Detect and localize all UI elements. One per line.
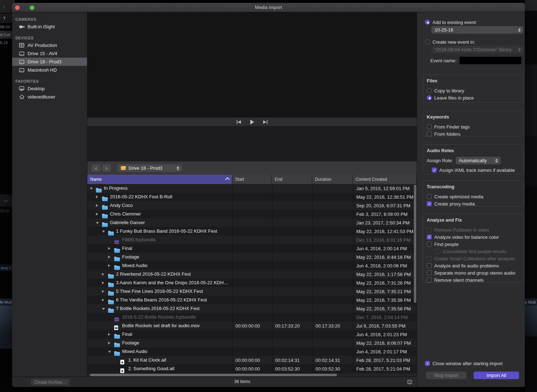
table-row[interactable]: Gabrielle GasserJan 23, 2017, 2:50:34 PM	[87, 218, 417, 227]
radio-unchecked[interactable]	[427, 88, 432, 93]
radio-checked[interactable]	[427, 95, 432, 100]
table-row[interactable]: Mixed AudioJun 4, 2016, 2:01:17 PM	[87, 347, 417, 356]
checkbox-checked[interactable]	[427, 234, 432, 239]
play-button[interactable]	[249, 120, 255, 125]
table-row[interactable]: 5 Thee Fine Lines 2016-05-22 KDHX FestMa…	[87, 287, 417, 296]
close-window-after-import-option[interactable]: Close window after starting import	[425, 360, 503, 367]
disclosure-closed-icon[interactable]	[108, 342, 110, 344]
back-button[interactable]: ‹	[92, 164, 101, 172]
column-header-end[interactable]: End	[272, 175, 312, 184]
table-row[interactable]: In ProgressJan 5, 2015, 12:59:01 PM	[87, 184, 417, 193]
disclosure-open-icon[interactable]	[108, 351, 111, 353]
skip-back-button[interactable]	[236, 120, 242, 125]
checkbox-option-create-proxy-media[interactable]: Create proxy media	[427, 200, 523, 207]
checkbox-checked[interactable]	[425, 361, 430, 366]
column-header-name[interactable]: Name	[87, 175, 232, 184]
table-row[interactable]: Andy CocoSep 20, 2016, 6:07:31 PM	[87, 201, 417, 210]
sidebar-item-av-production[interactable]: AV Production	[12, 41, 87, 49]
disclosure-open-icon[interactable]	[96, 222, 99, 224]
close-window-button[interactable]	[15, 5, 20, 10]
disclosure-open-icon[interactable]	[90, 188, 93, 190]
checkbox-unchecked[interactable]	[427, 270, 432, 275]
radio-option-leave-files-in-place[interactable]: Leave files in place	[427, 94, 523, 101]
checkbox-option-analyze-video-for-balance-color[interactable]: Analyze video for balance color	[427, 233, 523, 241]
checkbox-option-assign-ixml-track-names-if-available[interactable]: Assign iXML track names if available	[432, 166, 523, 174]
checkbox-unchecked[interactable]	[427, 194, 432, 199]
disclosure-closed-icon[interactable]	[102, 281, 104, 284]
sidebar-item-videoedituser[interactable]: videoedituser	[12, 93, 87, 101]
checkbox-option-from-folders[interactable]: From folders	[427, 130, 523, 137]
sidebar-item-desktop[interactable]: Desktop	[12, 84, 87, 93]
start-cell: 00:00:00:00	[232, 356, 272, 364]
column-header-start[interactable]: Start	[232, 175, 272, 184]
disclosure-closed-icon[interactable]	[96, 213, 98, 216]
sidebar-item-macintosh-hd[interactable]: Macintosh HD	[12, 66, 87, 74]
checkbox-option-separate-mono-and-group-stereo-audio[interactable]: Separate mono and group stereo audio	[427, 269, 523, 276]
checkbox-option-create-optimized-media[interactable]: Create optimized media	[427, 193, 523, 200]
column-header-content-created[interactable]: Content Created	[353, 175, 417, 184]
create-archive-button[interactable]: Create Archive...	[31, 379, 69, 386]
sidebar-item-drive-15-av4[interactable]: Drive 15 - AV4	[12, 49, 87, 58]
table-row[interactable]: 1. Kit Kat Clock.aif00:00:00:0000:02:14:…	[87, 356, 417, 364]
radio-option-copy-to-library[interactable]: Copy to library	[427, 87, 523, 94]
sidebar-item-built-in-isight[interactable]: Built-in iSight	[12, 23, 87, 31]
table-row[interactable]: 7 Bottle Rockets 2016-05-22 KDHX FestMay…	[87, 304, 417, 313]
skip-forward-button[interactable]	[262, 120, 268, 125]
stop-import-button[interactable]: Stop Import	[426, 372, 466, 379]
radio-selected[interactable]	[425, 20, 430, 25]
disclosure-closed-icon[interactable]	[102, 290, 104, 293]
existing-event-dropdown[interactable]: 10-25-16	[431, 26, 523, 34]
table-row[interactable]: 1 Funky Butt Brass Band 2016-05-22 KDHX …	[87, 227, 417, 236]
filmstrip-view-icon[interactable]	[407, 379, 412, 385]
checkbox-unchecked[interactable]	[427, 131, 432, 136]
table-row[interactable]: 2 Riverbend 2016-05-22 KDHX FestMay 22, …	[87, 270, 417, 279]
disclosure-closed-icon[interactable]	[108, 264, 110, 267]
radio-unselected[interactable]	[425, 39, 430, 44]
table-row[interactable]: FBBB.fcpbundleDec 13, 2016, 6:01:16 PM	[87, 236, 417, 244]
checkbox-unchecked[interactable]	[427, 124, 432, 129]
table-row[interactable]: Bottle Rockets set draft for audio.mov00…	[87, 321, 417, 330]
table-row[interactable]: 2016-5-22 Bottle Rockets.fcpbundleDec 7,…	[87, 313, 417, 321]
checkbox-unchecked[interactable]	[427, 242, 432, 247]
table-row[interactable]: FinalJun 4, 2016, 2:00:14 PM	[87, 244, 417, 253]
vertical-scrollbar-thumb[interactable]	[414, 185, 416, 303]
disclosure-closed-icon[interactable]	[108, 256, 110, 258]
import-all-button[interactable]: Import All	[474, 372, 519, 379]
table-row[interactable]: FootageMay 22, 2016, 8:44:16 PM	[87, 253, 417, 261]
checkbox-checked[interactable]	[432, 168, 437, 173]
checkbox-unchecked[interactable]	[427, 263, 432, 268]
table-row[interactable]: FootageMay 22, 2016, 8:06:07 PM	[87, 339, 417, 347]
column-header-duration[interactable]: Duration	[312, 175, 353, 184]
horizontal-scrollbar-thumb[interactable]	[90, 374, 337, 376]
checkbox-checked[interactable]	[427, 201, 432, 206]
table-row[interactable]: 2. Something Good.aif00:00:00:0000:03:52…	[87, 364, 417, 373]
disclosure-closed-icon[interactable]	[108, 247, 110, 250]
table-row[interactable]: FinalJun 4, 2016, 2:01:23 PM	[87, 330, 417, 339]
forward-button[interactable]: ›	[102, 164, 111, 172]
table-row[interactable]: 2016-05-22 KDHX Fest B-RollMay 22, 2016,…	[87, 193, 417, 201]
disclosure-closed-icon[interactable]	[102, 299, 104, 301]
disclosure-open-icon[interactable]	[102, 231, 105, 233]
zoom-window-button[interactable]	[30, 5, 34, 10]
table-row[interactable]: Mixed AudioJun 4, 2016, 2:00:06 PM	[87, 261, 417, 270]
disclosure-closed-icon[interactable]	[102, 273, 104, 276]
checkbox-option-remove-silent-channels[interactable]: Remove silent channels	[427, 276, 523, 284]
checkbox-unchecked[interactable]	[427, 277, 432, 282]
table-row[interactable]: 3 Aaron Kamm and the One Drops 2016-05-2…	[87, 279, 417, 287]
location-dropdown[interactable]: Drive 18 - Prod3	[117, 164, 182, 172]
disclosure-closed-icon[interactable]	[96, 204, 98, 207]
disclosure-closed-icon[interactable]	[108, 333, 110, 336]
table-row[interactable]: Chris ClemmerFeb 3, 2017, 6:09:00 PM	[87, 210, 417, 218]
minimize-window-button[interactable]	[22, 5, 27, 10]
create-new-event-option[interactable]: Create new event in:	[425, 38, 475, 45]
checkbox-option-find-people[interactable]: Find people	[427, 241, 523, 248]
event-name-input[interactable]	[459, 57, 522, 64]
disclosure-closed-icon[interactable]	[96, 195, 98, 198]
assign-role-dropdown[interactable]: Automatically	[456, 157, 500, 164]
add-to-existing-event-option[interactable]: Add to existing event:	[425, 19, 477, 26]
checkbox-option-analyze-and-fix-audio-problems[interactable]: Analyze and fix audio problems	[427, 262, 523, 269]
table-row[interactable]: 6 The Vanilla Beans 2016-05-22 KDHX Fest…	[87, 296, 417, 304]
disclosure-open-icon[interactable]	[102, 308, 105, 310]
checkbox-option-from-finder-tags[interactable]: From Finder tags	[427, 123, 523, 130]
sidebar-item-drive-18-prod3[interactable]: Drive 18 - Prod3	[12, 58, 87, 66]
